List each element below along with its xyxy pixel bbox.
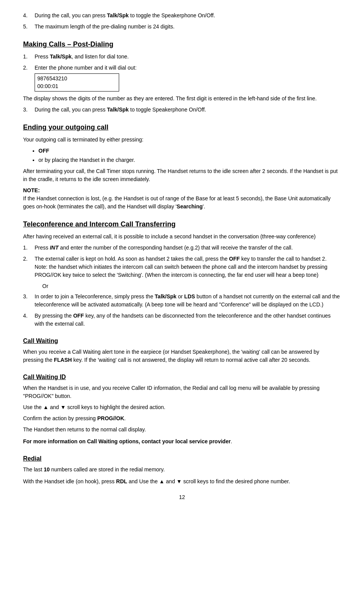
cwid-para5: For more information on Call Waiting opt… <box>23 438 341 446</box>
pd-item-3-num: 3. <box>23 106 35 114</box>
tele-item-3: 3. In order to join a Teleconference, si… <box>23 293 341 309</box>
section-call-waiting-id: Call Waiting ID When the Handset is in u… <box>23 373 341 446</box>
item-4-num: 4. <box>23 12 35 20</box>
tele-item-2-note: Note: the handset which initiates the in… <box>35 264 327 278</box>
pd-item-1-num: 1. <box>23 53 35 61</box>
post-dialing-heading: Making Calls – Post-Dialing <box>23 39 341 50</box>
redial-para2: With the Handset idle (on hook), press R… <box>23 478 341 486</box>
call-waiting-para: When you receive a Call Waiting alert to… <box>23 348 341 364</box>
cwid-para3: Confirm the action by pressing PROG//OK. <box>23 414 341 423</box>
ending-para2: After terminating your call, the Call Ti… <box>23 167 341 183</box>
display-line1: 9876543210 <box>37 75 116 83</box>
teleconference-heading: Teleconference and Intercom Call Transfe… <box>23 219 341 230</box>
ending-list: OFF or by placing the Handset in the cha… <box>38 147 341 164</box>
teleconference-intro: After having received an external call, … <box>23 233 341 241</box>
redial-para1: The last 10 numbers called are stored in… <box>23 466 341 474</box>
cwid-para4: The Handset then returns to the normal c… <box>23 426 341 434</box>
pd-item-2-num: 2. <box>23 64 35 72</box>
page-number: 12 <box>23 493 341 501</box>
post-dialing-para1: The display shows the digits of the numb… <box>23 95 341 103</box>
call-waiting-id-heading: Call Waiting ID <box>23 373 341 382</box>
section-post-dialing: Making Calls – Post-Dialing 1. Press Tal… <box>23 39 341 114</box>
tele-item-2: 2. The external caller is kept on hold. … <box>23 255 341 279</box>
tele-item-1-num: 1. <box>23 244 35 252</box>
section-call-waiting: Call Waiting When you receive a Call Wai… <box>23 336 341 364</box>
item-4: 4. During the call, you can press Talk/S… <box>23 12 341 20</box>
note-label: NOTE: <box>23 187 40 193</box>
section-redial: Redial The last 10 numbers called are st… <box>23 454 341 486</box>
pd-item-2-content: Enter the phone number and it will dial … <box>35 64 136 72</box>
tele-item-4: 4. By pressing the OFF key, any of the h… <box>23 312 341 328</box>
display-line2: 00:00:01 <box>37 83 116 90</box>
tele-item-1: 1. Press INT and enter the number of the… <box>23 244 341 252</box>
section-teleconference: Teleconference and Intercom Call Transfe… <box>23 219 341 328</box>
call-waiting-heading: Call Waiting <box>23 336 341 346</box>
item-5-num: 5. <box>23 23 35 31</box>
or-text: Or <box>42 282 341 290</box>
section-ending: Ending your outgoing call Your outgoing … <box>23 122 341 211</box>
item-5: 5. The maximum length of the pre-dialing… <box>23 23 341 31</box>
pd-item-1-content: Press Talk/Spk, and listen for dial tone… <box>35 53 341 61</box>
tele-item-2-num: 2. <box>23 255 35 279</box>
cwid-para2: Use the ▲ and ▼ scroll keys to highlight… <box>23 403 341 411</box>
ending-bullet-2: or by placing the Handset in the charger… <box>38 156 341 164</box>
pd-item-3-content: During the call, you can press Talk/Spk … <box>35 106 341 114</box>
post-dialing-item-1: 1. Press Talk/Spk, and listen for dial t… <box>23 53 341 61</box>
item-5-content: The maximum length of the pre-dialing nu… <box>35 23 341 31</box>
post-dialing-item-3: 3. During the call, you can press Talk/S… <box>23 106 341 114</box>
ending-note: NOTE: If the Handset connection is lost,… <box>23 186 341 211</box>
item-4-content: During the call, you can press Talk/Spk … <box>35 12 341 20</box>
ending-bullet-1: OFF <box>38 147 341 155</box>
ending-para1: Your outgoing call is terminated by eith… <box>23 136 341 144</box>
cwid-para1: When the Handset is in use, and you rece… <box>23 384 341 400</box>
tele-item-3-content: In order to join a Teleconference, simpl… <box>35 293 341 309</box>
tele-item-3-num: 3. <box>23 293 35 309</box>
tele-item-4-num: 4. <box>23 312 35 328</box>
tele-item-4-content: By pressing the OFF key, any of the hand… <box>35 312 341 328</box>
tele-item-1-content: Press INT and enter the number of the co… <box>35 244 341 252</box>
redial-heading: Redial <box>23 454 341 463</box>
ending-heading: Ending your outgoing call <box>23 122 341 133</box>
post-dialing-item-2: 2. Enter the phone number and it will di… <box>23 64 341 92</box>
display-box: 9876543210 00:00:01 <box>35 73 119 92</box>
tele-item-2-content: The external caller is kept on hold. As … <box>35 255 341 279</box>
top-items: 4. During the call, you can press Talk/S… <box>23 12 341 31</box>
